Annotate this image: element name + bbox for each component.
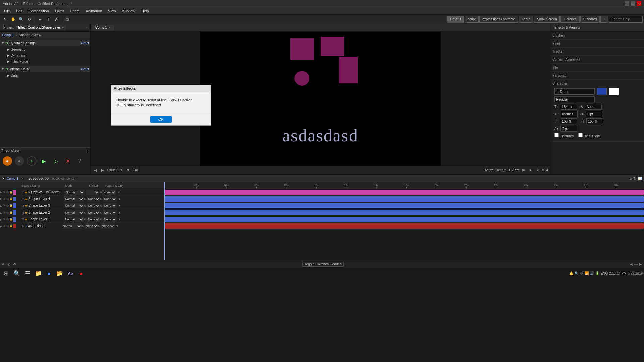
phys-btn-dark[interactable]: ● [15, 156, 24, 166]
layer-2-lock[interactable]: 🔒 [9, 197, 13, 200]
tb-search[interactable]: 🔍 [12, 269, 21, 278]
layer-2-parent[interactable]: None [103, 196, 117, 202]
tb-notification[interactable]: 🔔 [569, 272, 573, 275]
menu-composition[interactable]: Composition [26, 8, 52, 14]
vc-grid[interactable]: ⊞ [521, 168, 526, 172]
layer-5-link[interactable]: ▼ [118, 218, 121, 221]
menu-help[interactable]: Help [139, 8, 152, 14]
layer-3-solo[interactable]: ◎ [6, 204, 9, 207]
layer-3-mode[interactable]: Normal [64, 203, 84, 208]
dynamic-settings-header[interactable]: ▼ fx Dynamic Settings Reset [0, 40, 90, 46]
timeline-time[interactable]: 0:00:00:00 [29, 177, 49, 180]
layer-4-mode[interactable]: Normal [64, 210, 84, 215]
layer-3-link[interactable]: ▼ [118, 204, 121, 207]
tl-new-comp[interactable]: ⊕ [630, 177, 632, 180]
toggle-dynamic[interactable]: ▼ [1, 41, 4, 45]
comp-tab-1[interactable]: Comp 1 × [92, 25, 114, 30]
menu-effect[interactable]: Effect [67, 8, 82, 14]
vc-info[interactable]: ℹ [535, 168, 539, 172]
viewer-area[interactable]: Comp 1 asdasdasd After Effects Unable to… [91, 32, 550, 166]
layer-row-4[interactable]: ▶ 👁 ◎ 🔒 4 ★ Shape Layer 2 Normal ⊕ None [0, 209, 164, 216]
layer-1-eye[interactable]: 👁 [3, 191, 6, 194]
tl-scroll-bar[interactable]: ━━ [634, 262, 638, 266]
breadcrumb-comp[interactable]: Comp 1 [2, 33, 14, 37]
vscale-field[interactable] [560, 118, 577, 124]
vc-snap[interactable]: ✦ [528, 168, 533, 172]
menu-animation[interactable]: Animation [83, 8, 105, 14]
layer-3-lock[interactable]: 🔒 [9, 204, 13, 207]
menu-edit[interactable]: Edit [13, 8, 25, 14]
layer-3-eye[interactable]: 👁 [3, 204, 6, 207]
timeline-comp-close[interactable]: ✕ [21, 177, 24, 180]
tb-start[interactable]: ⊞ [1, 269, 11, 278]
layer-2-eye[interactable]: 👁 [3, 197, 6, 201]
layer-6-parent[interactable]: None [101, 223, 115, 229]
toggle-geometry[interactable]: ▶ [7, 47, 9, 52]
comp-tab-close[interactable]: × [108, 26, 110, 29]
layer-5-mode[interactable]: Normal [64, 217, 84, 222]
tool-zoom[interactable]: 🔍 [17, 16, 25, 23]
hscale-field[interactable] [586, 118, 603, 124]
dynamic-settings-reset[interactable]: Reset [81, 41, 89, 45]
layer-6-solo[interactable]: ◎ [6, 224, 9, 227]
toggle-data[interactable]: ▶ [7, 73, 9, 78]
layer-4-solo[interactable]: ◎ [6, 211, 9, 214]
font-style-field[interactable] [554, 96, 595, 102]
kerning-field[interactable] [561, 111, 578, 117]
tb-shield[interactable]: 🛡 [580, 272, 583, 275]
hindi-digits-checkbox[interactable] [578, 133, 583, 137]
tl-scroll-left[interactable]: ◀ [630, 262, 633, 266]
left-panel-close[interactable]: × [87, 26, 89, 29]
color-swatch-1[interactable] [597, 88, 607, 95]
layer-2-trkmat[interactable]: None [87, 196, 100, 202]
baseline-field[interactable] [560, 126, 577, 132]
tb-ae[interactable]: Ae [66, 269, 75, 278]
track-bar-row-5[interactable] [164, 216, 644, 223]
tb-explorer[interactable]: 📁 [34, 269, 43, 278]
vc-zoom-in[interactable]: ▶ [100, 168, 105, 172]
dialog-ok-button[interactable]: OK [150, 116, 172, 123]
tool-text[interactable]: T [45, 16, 52, 23]
ws-small-screen[interactable]: Small Screen [534, 16, 560, 23]
layer-6-eye[interactable]: 👁 [3, 224, 6, 228]
layer-1-lock[interactable]: 🔒 [9, 191, 13, 194]
tb-taskview[interactable]: ☰ [23, 269, 32, 278]
tl-footer-icon1[interactable]: ⊕ [2, 262, 5, 266]
tool-pen[interactable]: ✒ [37, 16, 44, 23]
layer-2-expand[interactable]: ▶ [0, 197, 2, 200]
tb-search-r[interactable]: 🔍 [575, 272, 579, 275]
physics-menu[interactable]: ☰ [86, 149, 89, 153]
dynamics-row[interactable]: ▶ Dynamics [0, 52, 90, 58]
layer-5-parent[interactable]: None [103, 217, 117, 222]
font-size-field[interactable] [560, 104, 577, 110]
tool-shape[interactable]: □ [64, 16, 71, 23]
layer-row-6[interactable]: ▶ 👁 ◎ 🔒 6 T asdasdasd Normal ⊕ None [0, 223, 164, 229]
ws-standard[interactable]: Standard [580, 16, 600, 23]
layer-6-expand[interactable]: ▶ [0, 225, 2, 228]
phys-btn-play[interactable]: ▶ [39, 156, 48, 166]
tool-select[interactable]: ↖ [1, 16, 9, 23]
toggle-internal[interactable]: ▼ [1, 67, 4, 71]
layer-4-link[interactable]: ▼ [118, 211, 121, 214]
phys-btn-help[interactable]: ? [75, 156, 85, 166]
tb-chrome[interactable]: ● [44, 269, 54, 278]
layer-1-solo[interactable]: ◎ [6, 191, 9, 194]
layer-4-eye[interactable]: 👁 [3, 211, 6, 214]
layer-1-parent[interactable]: None [102, 190, 116, 195]
ligatures-label[interactable]: Ligatures [554, 133, 574, 138]
ws-libraries[interactable]: Libraries [560, 16, 579, 23]
tab-effect-controls[interactable]: Effect Controls: Shape Layer 4 [16, 25, 66, 30]
tl-settings[interactable]: ⚙ [634, 177, 637, 180]
font-name-field[interactable] [554, 88, 595, 95]
layer-row-1[interactable]: ▶ 👁 ◎ 🔒 1 ★ fx Physics…Id Control Normal… [0, 189, 164, 196]
layer-4-trkmat[interactable]: None [87, 210, 100, 215]
toggle-switches-modes[interactable]: Toggle Switches / Modes [302, 262, 344, 267]
tb-wifi[interactable]: 📶 [585, 272, 589, 275]
layer-1-link[interactable]: ▼ [117, 191, 120, 194]
layer-4-lock[interactable]: 🔒 [9, 211, 13, 214]
phys-btn-orange[interactable]: ● [3, 156, 12, 166]
menu-window[interactable]: Window [119, 8, 138, 14]
tl-footer-icon3[interactable]: ⚙ [13, 262, 16, 266]
layer-1-trkmat[interactable] [86, 190, 99, 195]
color-swatch-2[interactable] [609, 88, 619, 95]
